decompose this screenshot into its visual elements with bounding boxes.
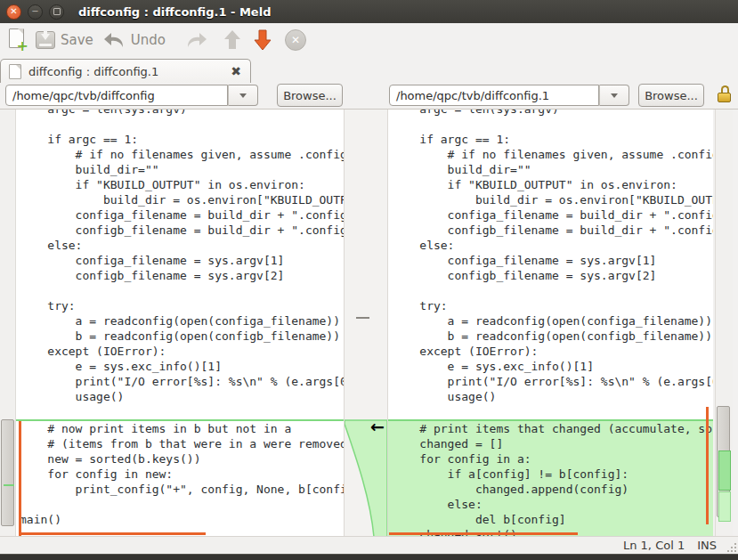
undo-button[interactable]: Undo (102, 31, 166, 49)
left-editor-pane[interactable]: argc = len(sys.argv) if argc == 1: # if … (16, 110, 344, 537)
up-arrow-icon (223, 29, 242, 51)
diff-map-green-block (718, 450, 731, 491)
chevron-down-icon (239, 93, 247, 98)
undo-label: Undo (131, 32, 166, 48)
window-minimize-button[interactable]: − (28, 4, 43, 20)
toolbar: + Save Undo (0, 23, 738, 57)
right-change-block: # print items that changed (accumulate, … (388, 419, 713, 537)
diff-gutter: ← (344, 110, 388, 537)
tab-bar: diffconfig : diffconfig.1 ✖ (0, 57, 738, 83)
maximize-icon (53, 8, 61, 15)
lock-icon[interactable] (718, 85, 732, 103)
resize-grip[interactable] (726, 541, 736, 552)
tab-diffconfig[interactable]: diffconfig : diffconfig.1 ✖ (0, 59, 251, 83)
tab-label: diffconfig : diffconfig.1 (28, 65, 158, 78)
right-file-dropdown-button[interactable] (599, 85, 629, 106)
titlebar: ✕ − diffconfig : diffconfig.1 - Meld (0, 0, 738, 23)
current-change-border-bottom (19, 532, 206, 535)
new-comparison-button[interactable]: + (9, 28, 27, 52)
previous-change-button[interactable] (223, 29, 242, 51)
left-code-text: argc = len(sys.argv) if argc == 1: # if … (20, 110, 344, 404)
diff-map-green-mark (4, 484, 14, 486)
tab-close-icon[interactable]: ✖ (231, 65, 241, 77)
chevron-down-icon (611, 93, 618, 98)
document-icon (9, 64, 21, 79)
status-bar: Ln 1, Col 1 INS (0, 536, 738, 554)
current-change-border-left (19, 421, 21, 537)
insert-mode-indicator: INS (697, 539, 717, 552)
redo-button[interactable] (185, 31, 208, 49)
diff-map-green-block-light (718, 491, 731, 522)
window-close-button[interactable]: ✕ (6, 4, 21, 20)
next-change-button[interactable] (253, 28, 272, 52)
left-file-dropdown-button[interactable] (228, 85, 258, 106)
window-maximize-button[interactable] (49, 4, 64, 20)
stop-icon: ✕ (285, 29, 306, 51)
current-change-border-bottom (389, 532, 578, 535)
current-change-border-right (706, 407, 709, 524)
save-icon (36, 31, 55, 49)
undo-icon (102, 31, 126, 49)
right-file-path-entry[interactable]: /home/qpc/tvb/diffconfig.1 (389, 85, 599, 106)
new-file-icon: + (9, 28, 27, 52)
left-browse-button[interactable]: Browse... (277, 84, 343, 107)
right-browse-button[interactable]: Browse... (638, 84, 704, 107)
left-file-path-entry[interactable]: /home/qpc/tvb/diffconfig (5, 85, 228, 106)
save-button[interactable]: Save (36, 31, 93, 49)
left-change-block: # now print items in b but not in a # (i… (16, 419, 344, 537)
empty-change-dash (356, 317, 369, 319)
left-change-text: # now print items in b but not in a # (i… (20, 421, 344, 527)
cursor-position: Ln 1, Col 1 (623, 539, 685, 552)
file-chooser-row: /home/qpc/tvb/diffconfig Browse... /home… (0, 83, 738, 109)
right-editor-pane[interactable]: argc = len(sys.argv) if argc == 1: # if … (388, 110, 713, 537)
window-bottom-edge (0, 554, 738, 560)
window-title: diffconfig : diffconfig.1 - Meld (78, 5, 271, 19)
stop-button[interactable]: ✕ (285, 29, 306, 51)
right-code-text: argc = len(sys.argv) if argc == 1: # if … (392, 110, 713, 404)
save-label: Save (61, 32, 93, 48)
right-change-text: # print items that changed (accumulate, … (392, 421, 713, 537)
diff-link-polygon (345, 110, 387, 537)
meld-window: ✕ − diffconfig : diffconfig.1 - Meld + S… (0, 0, 738, 560)
down-arrow-icon (253, 28, 272, 52)
left-scrollbar[interactable] (0, 110, 16, 537)
redo-icon (185, 31, 208, 49)
left-scrollbar-thumb[interactable] (1, 419, 14, 526)
diff-area: argc = len(sys.argv) if argc == 1: # if … (0, 109, 738, 536)
merge-left-arrow-icon[interactable]: ← (370, 418, 385, 435)
right-scrollbar[interactable] (715, 110, 733, 537)
